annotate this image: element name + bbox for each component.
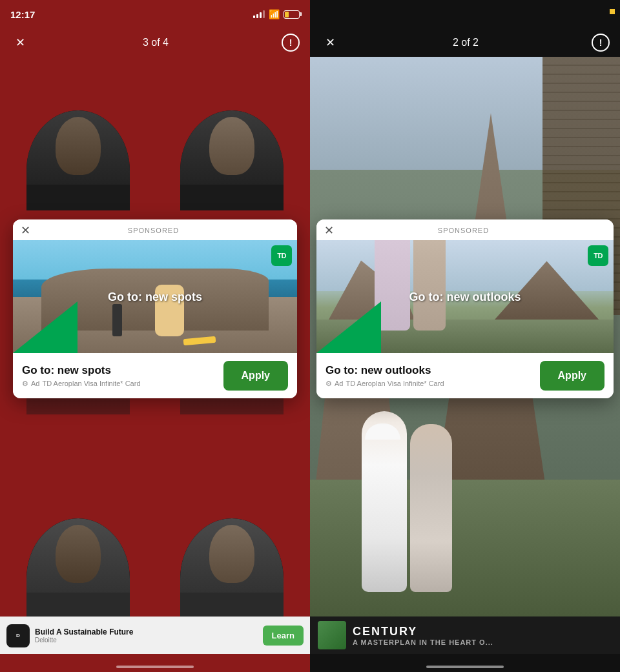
home-indicator-left: [116, 666, 194, 668]
ad-info-right: Go to: new outlooks ⚙ Ad TD Aeroplan Vis…: [326, 364, 444, 388]
apply-button-right[interactable]: Apply: [540, 361, 604, 391]
battery-fill: [285, 12, 289, 17]
deloitte-logo: D: [6, 624, 30, 647]
ad-meta-left: ⚙ Ad TD Aeroplan Visa Infinite* Card: [22, 380, 141, 388]
century-tagline: A MASTERPLAN IN THE HEART O...: [353, 638, 612, 646]
home-indicator-right: [426, 666, 504, 668]
gear-icon-left: ⚙: [22, 380, 28, 388]
deloitte-notification: D Build A Sustainable Future Deloitte Le…: [0, 616, 310, 654]
nav-bar-right: ✕ 2 of 2 !: [310, 28, 620, 57]
close-button-right[interactable]: ✕: [320, 33, 340, 52]
green-arrow-left: [13, 301, 78, 353]
learn-button[interactable]: Learn: [263, 626, 304, 646]
ad-header-left: ✕ SPONSORED: [13, 219, 297, 240]
nav-bar-left: ✕ 3 of 4 !: [0, 28, 310, 57]
close-button-left[interactable]: ✕: [10, 33, 30, 52]
ad-footer-left: Go to: new spots ⚙ Ad TD Aeroplan Visa I…: [13, 353, 297, 398]
century-brand: CENTURY: [353, 625, 612, 638]
alert-icon-right[interactable]: !: [592, 34, 610, 52]
century-content: CENTURY A MASTERPLAN IN THE HEART O...: [353, 625, 612, 646]
deloitte-title: Build A Sustainable Future: [35, 627, 258, 636]
ad-close-left[interactable]: ✕: [21, 223, 30, 238]
surfer-scene: TD Go to: new spots: [13, 240, 297, 353]
wifi-icon: 📶: [269, 9, 280, 19]
signal-icon: [253, 10, 265, 18]
hiker-scene: TD Go to: new outlooks: [316, 240, 614, 353]
counter-left: 3 of 4: [143, 37, 169, 48]
ad-overlay-right: ✕ SPONSORED TD: [316, 219, 614, 398]
deloitte-text: Build A Sustainable Future Deloitte: [35, 627, 258, 644]
counter-right: 2 of 2: [453, 37, 479, 48]
deloitte-subtitle: Deloitte: [35, 636, 258, 644]
century-notification: CENTURY A MASTERPLAN IN THE HEART O...: [310, 616, 620, 654]
ad-image-right: TD Go to: new outlooks: [316, 240, 614, 353]
ad-headline-right: Go to: new outlooks: [409, 290, 521, 303]
right-phone-panel: ✕ 2 of 2 ! ✕: [310, 0, 620, 672]
ad-overlay-left: ✕ SPONSORED: [13, 219, 297, 398]
status-bar-left: 12:17 📶: [0, 0, 310, 28]
ad-image-left: TD Go to: new spots: [13, 240, 297, 353]
green-arrow-right: [316, 301, 381, 353]
ad-header-right: ✕ SPONSORED: [316, 219, 614, 240]
sponsored-label-left: SPONSORED: [128, 227, 179, 234]
sponsored-label-right: SPONSORED: [438, 227, 489, 234]
battery-icon: [284, 10, 300, 19]
ad-title-right: Go to: new outlooks: [326, 364, 444, 377]
left-phone-panel: 12:17 📶 ✕ 3 of 4 !: [0, 0, 310, 672]
gear-icon-right: ⚙: [326, 380, 332, 388]
td-logo-left: TD: [271, 245, 292, 266]
status-icons-left: 📶: [253, 9, 300, 19]
ad-close-right[interactable]: ✕: [324, 223, 334, 238]
century-thumb: [318, 621, 346, 649]
ad-info-left: Go to: new spots ⚙ Ad TD Aeroplan Visa I…: [22, 364, 141, 388]
td-logo-right: TD: [588, 245, 608, 266]
ad-title-left: Go to: new spots: [22, 364, 141, 377]
time-left: 12:17: [10, 9, 35, 20]
alert-icon-left[interactable]: !: [282, 34, 300, 52]
ad-meta-right: ⚙ Ad TD Aeroplan Visa Infinite* Card: [326, 380, 444, 388]
battery-dot-right: [610, 9, 615, 14]
apply-button-left[interactable]: Apply: [223, 361, 288, 391]
ad-footer-right: Go to: new outlooks ⚙ Ad TD Aeroplan Vis…: [316, 353, 614, 398]
ad-headline-left: Go to: new spots: [108, 290, 202, 303]
